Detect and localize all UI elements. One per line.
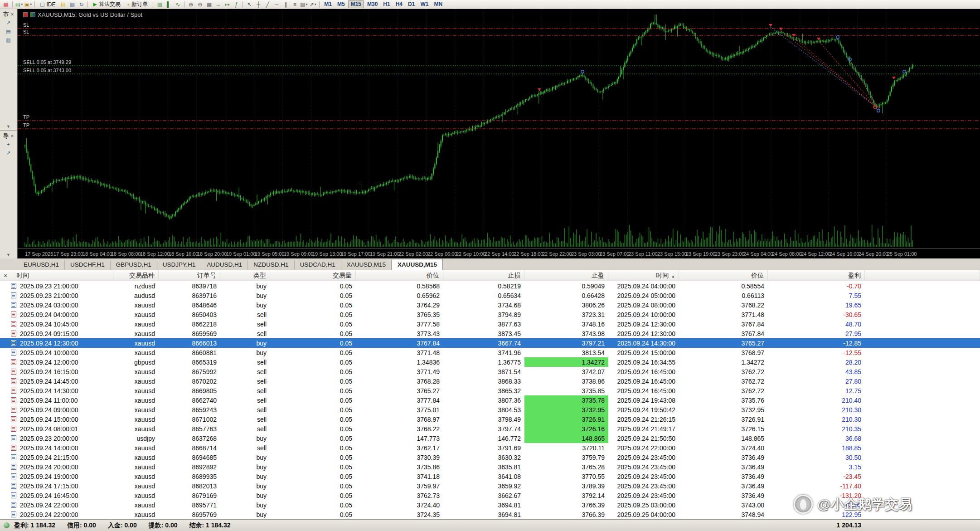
chart-tab-EURUSD,H1[interactable]: EURUSD,H1 xyxy=(18,260,65,270)
header-col-7[interactable]: 止盈 xyxy=(524,270,608,281)
app-icon[interactable]: ▦ xyxy=(2,0,10,8)
navigator-strip-close-icon[interactable]: × xyxy=(10,133,14,139)
history-row-8657763[interactable]: 2025.09.24 08:00:01xauusd8657763sell0.05… xyxy=(0,424,980,434)
history-row-8659243[interactable]: 2025.09.24 09:00:00xauusd8659243sell0.05… xyxy=(0,405,980,414)
header-col-3[interactable]: 类型 xyxy=(220,270,270,281)
tile-windows-icon[interactable]: ▦ xyxy=(205,0,213,8)
chart-shift-icon[interactable]: ↦ xyxy=(223,0,231,8)
chart-tab-NZDUSD,H1[interactable]: NZDUSD,H1 xyxy=(248,260,294,270)
toolbox-close-icon[interactable]: × xyxy=(4,272,7,279)
data-window-icon[interactable]: ▥ xyxy=(68,0,76,8)
cell: 0.59049 xyxy=(524,281,608,291)
history-row-8692892[interactable]: 2025.09.24 20:00:00xauusd8692892buy0.053… xyxy=(0,462,980,472)
history-row-8639718[interactable]: 2025.09.23 21:00:00nzdusd8639718buy0.050… xyxy=(0,281,980,291)
market-watch-strip-close-icon[interactable]: × xyxy=(10,11,14,18)
arrows-icon[interactable]: ↗▾ xyxy=(309,0,317,8)
history-row-8694685[interactable]: 2025.09.24 21:15:00xauusd8694685buy0.053… xyxy=(0,453,980,462)
history-row-8682013[interactable]: 2025.09.24 17:15:00xauusd8682013buy0.053… xyxy=(0,481,980,491)
shapes-icon[interactable]: ▧▾ xyxy=(300,0,308,8)
channel-icon[interactable]: ∥ xyxy=(281,0,290,8)
indicators-icon[interactable]: ƒ xyxy=(232,0,240,8)
chart-tab-USDJPY,H1[interactable]: USDJPY,H1 xyxy=(157,260,202,270)
timeframe-M30[interactable]: M30 xyxy=(365,0,380,8)
header-time-open[interactable]: ×时间 xyxy=(0,270,113,281)
bar-chart-icon[interactable]: ▥ xyxy=(155,0,164,8)
chart-tab-AUDUSD,H1[interactable]: AUDUSD,H1 xyxy=(201,260,248,270)
timeframe-H4[interactable]: H4 xyxy=(393,0,405,8)
history-row-8668714[interactable]: 2025.09.24 14:00:00xauusd8668714sell0.05… xyxy=(0,443,980,453)
market-watch-strip-tool-icon-2[interactable]: ▥ xyxy=(5,37,12,44)
candlestick-chart[interactable]: SLSLSELL 0.05 at 3749.29SELL 0.05 at 374… xyxy=(18,9,980,248)
history-row-8666013[interactable]: 2025.09.24 12:30:00xauusd8666013buy0.053… xyxy=(0,338,980,348)
svg-text:TP: TP xyxy=(23,122,29,128)
chart-tab-XAUUSD,M15[interactable]: XAUUSD,M15 xyxy=(341,260,392,270)
market-watch-strip-scroll-icon[interactable]: ▼ xyxy=(6,124,10,129)
history-row-8695771[interactable]: 2025.09.24 22:00:00xauusd8695771buy0.053… xyxy=(0,500,980,510)
cursor-icon[interactable]: ↖ xyxy=(245,0,253,8)
chart-tab-USDCAD,H1[interactable]: USDCAD,H1 xyxy=(295,260,341,270)
horizontal-line-icon[interactable]: ─ xyxy=(272,0,281,8)
market-watch-icon[interactable]: ▤ xyxy=(59,0,67,8)
header-col-5[interactable]: 价位 xyxy=(356,270,443,281)
candlestick-icon[interactable]: ▌ xyxy=(165,0,173,8)
timeframe-M5[interactable]: M5 xyxy=(335,0,347,8)
crosshair-icon[interactable]: ┼ xyxy=(254,0,262,8)
header-col-9[interactable]: 价位 xyxy=(679,270,768,281)
history-row-8662740[interactable]: 2025.09.24 11:00:00xauusd8662740sell0.05… xyxy=(0,395,980,405)
cell: 3797.21 xyxy=(524,338,608,348)
chart-tab-GBPUSD,H1[interactable]: GBPUSD,H1 xyxy=(111,260,157,270)
header-col-10[interactable]: 盈利 xyxy=(768,270,865,281)
fibonacci-icon[interactable]: ≡ xyxy=(291,0,299,8)
header-col-1[interactable]: 交易品种 xyxy=(113,270,159,281)
refresh-icon[interactable]: ↻ xyxy=(77,0,85,8)
history-row-8679169[interactable]: 2025.09.24 16:45:00xauusd8679169buy0.053… xyxy=(0,491,980,500)
ide-button[interactable]: ▢IDE xyxy=(37,0,58,9)
history-row-8675992[interactable]: 2025.09.24 16:15:00xauusd8675992sell0.05… xyxy=(0,367,980,376)
chart-tab-USDCHF,H1[interactable]: USDCHF,H1 xyxy=(65,260,111,270)
header-col-6[interactable]: 止损 xyxy=(443,270,524,281)
timeframe-M1[interactable]: M1 xyxy=(322,0,334,8)
market-watch-strip-tool-icon-0[interactable]: ↗ xyxy=(5,20,12,27)
navigator-strip-tool-icon-0[interactable]: + xyxy=(5,141,12,149)
header-col-2[interactable]: 订单号 xyxy=(159,270,220,281)
cell: 3797.74 xyxy=(443,424,524,434)
cell-profit: 19.65 xyxy=(768,300,865,310)
zoom-in-icon[interactable]: ⊕ xyxy=(187,0,195,8)
chart-profiles-icon[interactable]: ▣▾ xyxy=(24,0,32,8)
cell-filler xyxy=(865,481,980,491)
header-col-4[interactable]: 交易量 xyxy=(270,270,356,281)
timeframe-D1[interactable]: D1 xyxy=(406,0,417,8)
cell: 3742.07 xyxy=(524,367,608,376)
history-row-8669805[interactable]: 2025.09.24 14:30:00xauusd8669805sell0.05… xyxy=(0,386,980,395)
trendline-icon[interactable]: ╱ xyxy=(263,0,272,8)
market-watch-strip-tool-icon-1[interactable]: ▤ xyxy=(5,29,12,36)
history-row-8671002[interactable]: 2025.09.24 15:00:00xauusd8671002sell0.05… xyxy=(0,414,980,424)
history-row-8648646[interactable]: 2025.09.24 03:00:00xauusd8648646buy0.053… xyxy=(0,300,980,310)
timeframe-W1[interactable]: W1 xyxy=(418,0,431,8)
history-row-8639716[interactable]: 2025.09.23 21:00:00audusd8639716buy0.050… xyxy=(0,291,980,300)
history-row-8660881[interactable]: 2025.09.24 10:00:00xauusd8660881buy0.053… xyxy=(0,348,980,357)
history-row-8665319[interactable]: 2025.09.24 12:00:00gbpusd8665319sell0.05… xyxy=(0,357,980,367)
chart-window[interactable]: SLSLSELL 0.05 at 3749.29SELL 0.05 at 374… xyxy=(17,9,980,258)
new-chart-icon[interactable]: ▤▾ xyxy=(15,0,23,8)
history-row-8637268[interactable]: 2025.09.23 20:00:00usdjpy8637268buy0.051… xyxy=(0,434,980,443)
header-col-8[interactable]: 时间 ▲ xyxy=(608,270,679,281)
cell: buy xyxy=(220,510,270,519)
timeframe-H1[interactable]: H1 xyxy=(381,0,392,8)
timeframe-M15[interactable]: M15 xyxy=(348,0,364,8)
timeframe-MN[interactable]: MN xyxy=(432,0,445,8)
history-row-8670202[interactable]: 2025.09.24 14:45:00xauusd8670202sell0.05… xyxy=(0,376,980,386)
line-chart-icon[interactable]: ∿ xyxy=(174,0,182,8)
history-row-8659569[interactable]: 2025.09.24 09:15:00xauusd8659569sell0.05… xyxy=(0,329,980,338)
zoom-out-icon[interactable]: ⊖ xyxy=(196,0,204,8)
history-row-8695769[interactable]: 2025.09.24 22:00:00xauusd8695769buy0.053… xyxy=(0,510,980,519)
new-order-button[interactable]: +新订单 xyxy=(124,0,150,9)
navigator-strip-scroll-icon[interactable]: ▼ xyxy=(6,253,10,257)
history-row-8662218[interactable]: 2025.09.24 10:45:00xauusd8662218sell0.05… xyxy=(0,319,980,329)
navigator-strip-tool-icon-1[interactable]: ↗ xyxy=(5,150,12,157)
algo-trading-button[interactable]: ▶算法交易 xyxy=(90,0,123,9)
history-row-8689935[interactable]: 2025.09.24 19:00:00xauusd8689935buy0.053… xyxy=(0,472,980,481)
auto-scroll-icon[interactable]: → xyxy=(214,0,222,8)
history-row-8650403[interactable]: 2025.09.24 04:00:00xauusd8650403sell0.05… xyxy=(0,310,980,319)
chart-tab-XAUUSD,M15[interactable]: XAUUSD,M15 xyxy=(392,259,443,270)
